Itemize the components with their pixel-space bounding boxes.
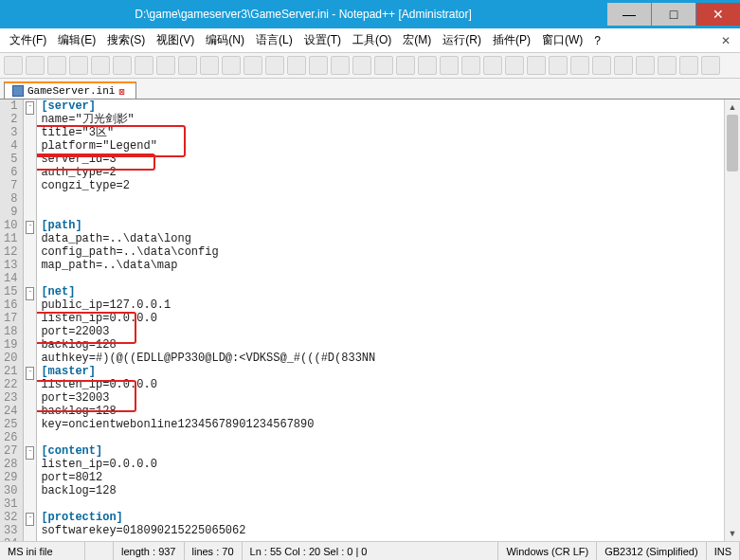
- toolbar: [0, 53, 740, 79]
- code-line[interactable]: congzi_type=2: [41, 179, 724, 192]
- tool-indent-icon[interactable]: [418, 56, 437, 75]
- code-line[interactable]: [server]: [41, 99, 724, 113]
- scroll-down-icon[interactable]: ▼: [725, 526, 740, 541]
- code-line[interactable]: [content]: [41, 444, 724, 458]
- code-line[interactable]: config_path=..\data\config: [41, 245, 724, 259]
- code-line[interactable]: [41, 192, 724, 206]
- vertical-scrollbar[interactable]: ▲ ▼: [724, 99, 740, 541]
- tool-wrap-icon[interactable]: [374, 56, 393, 75]
- code-line[interactable]: auth_type=2: [41, 166, 724, 179]
- code-line[interactable]: [41, 497, 724, 511]
- menu-encoding[interactable]: 编码(N): [200, 30, 250, 50]
- code-line[interactable]: [41, 537, 724, 541]
- menu-help[interactable]: ?: [588, 32, 606, 49]
- tool-misc4-icon[interactable]: [701, 56, 720, 75]
- line-number: 10: [4, 219, 17, 232]
- tool-replace-icon[interactable]: [287, 56, 306, 75]
- tool-copy-icon[interactable]: [178, 56, 197, 75]
- tool-lang-icon[interactable]: [614, 56, 633, 75]
- code-line[interactable]: port=32003: [41, 391, 724, 405]
- code-line[interactable]: platform="Legend": [41, 139, 724, 153]
- tab-gameserver-ini[interactable]: GameServer.ini ⊠: [4, 81, 136, 99]
- menu-tools[interactable]: 工具(O): [347, 30, 397, 50]
- tool-docmap-icon[interactable]: [483, 56, 502, 75]
- menu-settings[interactable]: 设置(T): [298, 30, 347, 50]
- code-line[interactable]: port=22003: [41, 325, 724, 338]
- code-line[interactable]: listen_ip=0.0.0.0: [41, 378, 724, 391]
- tool-monitor-icon[interactable]: [505, 56, 524, 75]
- tool-print-icon[interactable]: [135, 56, 153, 75]
- code-line[interactable]: [41, 431, 724, 444]
- menu-view[interactable]: 视图(V): [151, 30, 200, 50]
- tool-undo-icon[interactable]: [222, 56, 241, 75]
- minimize-button[interactable]: —: [607, 3, 651, 26]
- tool-record-icon[interactable]: [527, 56, 546, 75]
- tool-closeall-icon[interactable]: [113, 56, 132, 75]
- tool-cut-icon[interactable]: [156, 56, 175, 75]
- line-number: 9: [4, 206, 17, 219]
- tool-paste-icon[interactable]: [200, 56, 219, 75]
- menu-window[interactable]: 窗口(W): [536, 30, 588, 50]
- tool-showall-icon[interactable]: [396, 56, 415, 75]
- editor: 1234567891011121314151617181920212223242…: [0, 99, 740, 541]
- tool-play-icon[interactable]: [549, 56, 568, 75]
- code-line[interactable]: public_ip=127.0.0.1: [41, 298, 724, 312]
- menu-macro[interactable]: 宏(M): [397, 30, 437, 50]
- tool-folder-icon[interactable]: [440, 56, 459, 75]
- code-line[interactable]: data_path=..\data\long: [41, 232, 724, 245]
- code-line[interactable]: server_id=3: [41, 153, 724, 166]
- tab-close-icon[interactable]: ⊠: [118, 86, 128, 96]
- code-line[interactable]: backlog=128: [41, 484, 724, 497]
- code-line[interactable]: key=oncientwebonline12345678901234567890: [41, 418, 724, 431]
- code-line[interactable]: [41, 206, 724, 219]
- code-line[interactable]: map_path=..\data\map: [41, 259, 724, 272]
- line-number: 34: [4, 537, 17, 541]
- tool-stop-icon[interactable]: [570, 56, 589, 75]
- menu-search[interactable]: 搜索(S): [101, 30, 151, 50]
- tool-open-icon[interactable]: [26, 56, 45, 75]
- code-line[interactable]: [master]: [41, 365, 724, 378]
- code-line[interactable]: port=8012: [41, 471, 724, 484]
- menu-edit[interactable]: 编辑(E): [52, 30, 101, 50]
- maximize-button[interactable]: □: [652, 3, 695, 26]
- code-line[interactable]: listen_ip=0.0.0.0: [41, 312, 724, 325]
- close-button[interactable]: ✕: [696, 3, 740, 26]
- line-number: 5: [4, 153, 17, 166]
- status-mode: INS: [707, 542, 740, 560]
- tool-new-icon[interactable]: [4, 56, 23, 75]
- tool-save-icon[interactable]: [47, 56, 66, 75]
- menubar: 文件(F) 编辑(E) 搜索(S) 视图(V) 编码(N) 语言(L) 设置(T…: [0, 28, 740, 53]
- menu-run[interactable]: 运行(R): [437, 30, 487, 50]
- code-line[interactable]: name="刀光剑影": [41, 113, 724, 126]
- code-line[interactable]: softwarekey=018090215225065062: [41, 524, 724, 537]
- menu-language[interactable]: 语言(L): [250, 30, 298, 50]
- tool-zoomin-icon[interactable]: [309, 56, 328, 75]
- scrollbar-thumb[interactable]: [727, 115, 738, 172]
- tool-funclist-icon[interactable]: [461, 56, 480, 75]
- scroll-up-icon[interactable]: ▲: [725, 99, 740, 115]
- tool-sync-icon[interactable]: [352, 56, 371, 75]
- tool-zoomout-icon[interactable]: [331, 56, 350, 75]
- code-area[interactable]: [server]name="刀光剑影"title="3区"platform="L…: [37, 99, 724, 541]
- tool-saveall-icon[interactable]: [69, 56, 88, 75]
- menubar-close-icon[interactable]: ✕: [715, 34, 736, 47]
- tool-close-icon[interactable]: [91, 56, 110, 75]
- status-length: length : 937: [114, 542, 185, 560]
- tool-redo-icon[interactable]: [244, 56, 262, 75]
- code-line[interactable]: [41, 272, 724, 285]
- menu-plugins[interactable]: 插件(P): [487, 30, 536, 50]
- code-line[interactable]: listen_ip=0.0.0.0: [41, 458, 724, 471]
- code-line[interactable]: backlog=128: [41, 405, 724, 418]
- tool-misc1-icon[interactable]: [636, 56, 655, 75]
- tool-misc2-icon[interactable]: [658, 56, 677, 75]
- code-line[interactable]: backlog=128: [41, 338, 724, 352]
- code-line[interactable]: authkey=#)(@((EDLL@PP330@LD@:<VDKSS@_#((…: [41, 352, 724, 365]
- tool-misc3-icon[interactable]: [679, 56, 698, 75]
- code-line[interactable]: [net]: [41, 285, 724, 298]
- code-line[interactable]: [path]: [41, 219, 724, 232]
- menu-file[interactable]: 文件(F): [4, 30, 52, 50]
- tool-find-icon[interactable]: [265, 56, 284, 75]
- code-line[interactable]: [protection]: [41, 511, 724, 524]
- tool-playmulti-icon[interactable]: [592, 56, 611, 75]
- code-line[interactable]: title="3区": [41, 126, 724, 139]
